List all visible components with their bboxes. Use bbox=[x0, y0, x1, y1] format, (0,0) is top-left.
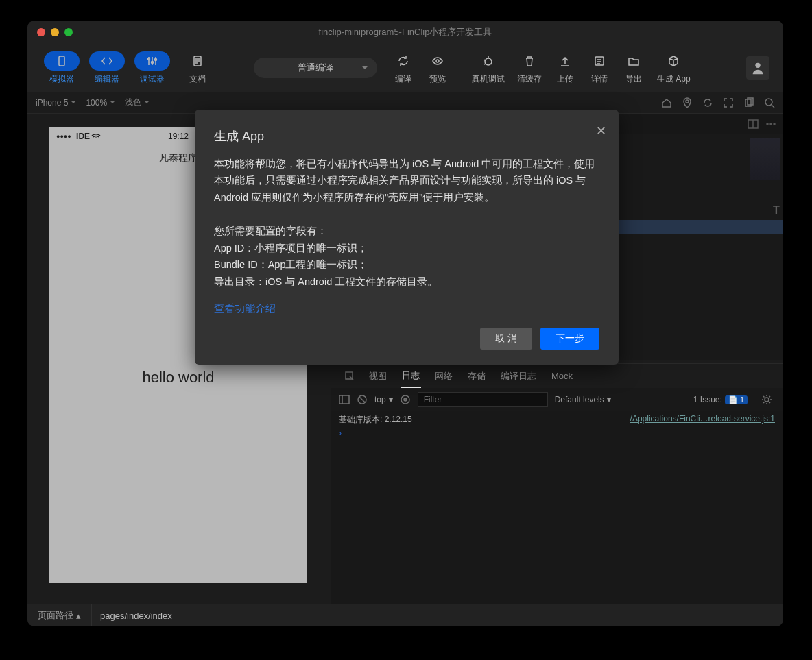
next-button[interactable]: 下一步 bbox=[540, 328, 599, 350]
modal-title: 生成 App bbox=[214, 126, 599, 147]
modal-help-link[interactable]: 查看功能介绍 bbox=[214, 300, 276, 317]
gen-app-modal: ✕ 生成 App 本功能将帮助您，将已有小程序代码导出为 iOS 与 Andro… bbox=[195, 110, 619, 365]
modal-line-1: App ID：小程序项目的唯一标识； bbox=[214, 240, 599, 257]
cancel-button[interactable]: 取 消 bbox=[480, 328, 532, 350]
modal-close-button[interactable]: ✕ bbox=[596, 121, 606, 142]
modal-line-3: 导出目录：iOS 与 Android 工程文件的存储目录。 bbox=[214, 273, 599, 291]
modal-line-2: Bundle ID：App工程的唯一标识； bbox=[214, 256, 599, 273]
modal-paragraph-2: 您所需要配置的字段有： bbox=[214, 223, 599, 240]
modal-paragraph-1: 本功能将帮助您，将已有小程序代码导出为 iOS 与 Android 中可用的工程… bbox=[214, 156, 599, 206]
app-window: finclip-miniprogram5-FinClip小程序开发工具 模拟器 … bbox=[27, 21, 783, 626]
